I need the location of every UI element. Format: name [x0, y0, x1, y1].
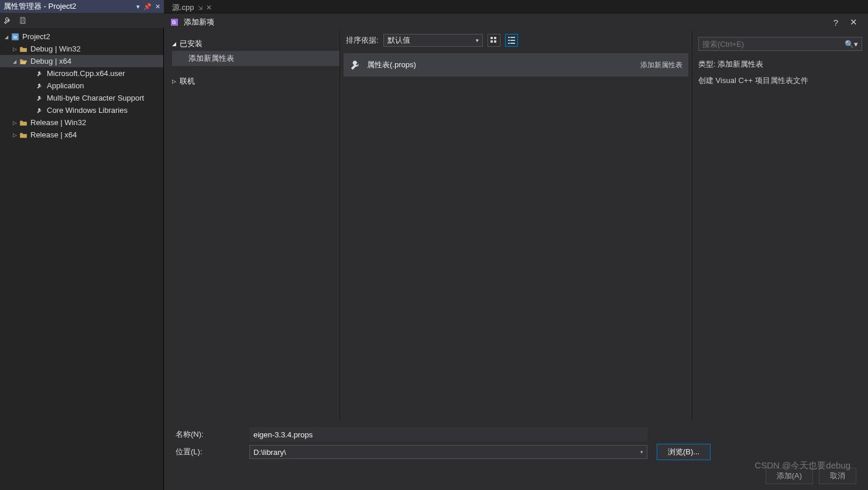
tree-leaf-label: Core Windows Libraries: [47, 106, 128, 115]
panel-dropdown-icon[interactable]: ▾: [136, 3, 140, 11]
name-label: 名称(N):: [176, 429, 240, 440]
wrench-icon: [349, 58, 367, 71]
document-tab-bar: 源.cpp ⇲ ✕: [164, 0, 218, 13]
panel-close-icon[interactable]: ✕: [155, 3, 160, 11]
name-input[interactable]: eigen-3.3.4.props: [249, 427, 647, 441]
wrench-icon: [35, 107, 44, 114]
tree-node-debug-x64[interactable]: Debug | x64: [0, 55, 163, 67]
tab-pin-icon[interactable]: ⇲: [198, 5, 203, 11]
tree-node-debug-win32[interactable]: Debug | Win32: [0, 43, 163, 55]
sort-dropdown[interactable]: 默认值 ▾: [383, 34, 483, 47]
location-label: 位置(L):: [176, 447, 240, 457]
folder-open-icon: [19, 58, 28, 65]
info-pane: 🔍▾ 类型: 添加新属性表 创建 Visual C++ 项目属性表文件: [692, 31, 868, 420]
tree-leaf-mbcs[interactable]: Multi-byte Character Support: [0, 92, 163, 104]
wrench-icon[interactable]: [4, 16, 12, 25]
browse-button-label: 浏览(B)...: [668, 447, 699, 457]
expand-icon[interactable]: [2, 33, 11, 40]
svg-rect-12: [508, 43, 510, 44]
tree-root-project[interactable]: ⧉ Project2: [0, 30, 163, 43]
tree-leaf-msvc-user[interactable]: Microsoft.Cpp.x64.user: [0, 67, 163, 80]
type-value: 添加新属性表: [718, 60, 763, 68]
template-item-label: 属性表(.props): [367, 60, 416, 70]
svg-rect-14: [510, 40, 515, 41]
svg-rect-1: [22, 21, 25, 23]
folder-icon: [19, 46, 28, 53]
tree-leaf-application[interactable]: Application: [0, 80, 163, 92]
view-grid-button[interactable]: [488, 34, 500, 47]
dialog-icon: ⧉: [170, 18, 179, 27]
help-button[interactable]: ?: [827, 18, 845, 27]
template-description: 创建 Visual C++ 项目属性表文件: [698, 75, 862, 86]
dialog-title: 添加新项: [184, 17, 214, 27]
add-button-label: 添加(A): [777, 471, 802, 481]
tree-leaf-label: Microsoft.Cpp.x64.user: [47, 69, 125, 78]
svg-rect-8: [490, 40, 493, 43]
category-label: 已安装: [180, 39, 203, 49]
panel-title-text: 属性管理器 - Project2: [4, 1, 76, 12]
tree-node-release-x64[interactable]: Release | x64: [0, 129, 163, 141]
sort-value: 默认值: [387, 35, 410, 46]
chevron-right-icon: ▷: [172, 78, 176, 84]
cancel-button[interactable]: 取消: [819, 468, 856, 484]
save-icon[interactable]: [19, 16, 27, 25]
expand-icon[interactable]: [11, 58, 19, 64]
tree-node-release-win32[interactable]: Release | Win32: [0, 116, 163, 129]
tree-node-label: Debug | x64: [30, 57, 71, 65]
wrench-icon: [35, 70, 44, 77]
name-value: eigen-3.3.4.props: [253, 430, 313, 439]
tree-node-label: Release | Win32: [30, 118, 86, 127]
category-pane: ◢ 已安装 添加新属性表 ▷ 联机: [164, 31, 339, 420]
folder-icon: [19, 119, 28, 126]
location-input[interactable]: D:\library\ ▾: [249, 445, 647, 459]
svg-rect-10: [508, 37, 510, 38]
svg-text:⧉: ⧉: [13, 34, 17, 39]
category-add-property-sheet[interactable]: 添加新属性表: [172, 51, 339, 66]
svg-rect-15: [510, 43, 515, 44]
panel-pin-icon[interactable]: 📌: [143, 3, 152, 11]
view-list-button[interactable]: [505, 34, 518, 47]
category-label: 联机: [180, 76, 195, 87]
document-tab-label: 源.cpp: [172, 2, 194, 13]
wrench-icon: [35, 95, 44, 102]
tree-leaf-label: Multi-byte Character Support: [47, 94, 144, 102]
svg-rect-13: [510, 37, 515, 38]
search-box[interactable]: 🔍▾: [698, 37, 862, 51]
svg-rect-9: [494, 40, 496, 43]
location-value: D:\library\: [253, 448, 286, 457]
search-input[interactable]: [702, 40, 845, 49]
dialog-titlebar[interactable]: ⧉ 添加新项 ? ✕: [164, 13, 868, 31]
project-icon: ⧉: [11, 33, 20, 41]
svg-rect-7: [494, 37, 496, 39]
tree-leaf-label: Application: [47, 81, 84, 90]
template-item-property-sheet[interactable]: 属性表(.props) 添加新属性表: [344, 53, 688, 77]
svg-rect-11: [508, 40, 510, 41]
svg-text:⧉: ⧉: [172, 19, 176, 25]
document-tab-source[interactable]: 源.cpp ⇲ ✕: [166, 1, 218, 13]
property-manager-tree: ⧉ Project2 Debug | Win32 Debug | x64: [0, 28, 164, 490]
close-icon[interactable]: ✕: [845, 17, 862, 27]
folder-icon: [19, 132, 28, 139]
chevron-down-icon: ▾: [476, 37, 479, 43]
chevron-down-icon: ◢: [172, 41, 176, 47]
category-online[interactable]: ▷ 联机: [172, 74, 339, 88]
svg-rect-6: [490, 37, 493, 39]
tree-node-label: Release | x64: [30, 130, 77, 139]
template-pane: 排序依据: 默认值 ▾ 属性表(.props) 添加: [339, 31, 692, 420]
chevron-down-icon[interactable]: ▾: [640, 449, 643, 455]
add-button[interactable]: 添加(A): [766, 468, 813, 484]
browse-button[interactable]: 浏览(B)...: [657, 444, 711, 460]
tab-close-icon[interactable]: ✕: [206, 4, 212, 12]
category-installed[interactable]: ◢ 已安装: [172, 37, 339, 51]
add-new-item-dialog: ⧉ 添加新项 ? ✕ ◢ 已安装 添加新属性表 ▷ 联机 排序依据: 默认值: [164, 13, 868, 490]
type-label: 类型:: [698, 60, 716, 68]
category-sub-label: 添加新属性表: [188, 54, 234, 63]
expand-icon[interactable]: [11, 46, 19, 52]
expand-icon[interactable]: [11, 119, 19, 126]
tree-leaf-corewin[interactable]: Core Windows Libraries: [0, 104, 163, 116]
search-icon[interactable]: 🔍▾: [845, 40, 858, 49]
tree-node-label: Debug | Win32: [30, 44, 81, 53]
sort-label: 排序依据:: [346, 35, 379, 46]
expand-icon[interactable]: [11, 132, 19, 138]
template-item-category: 添加新属性表: [640, 60, 682, 70]
